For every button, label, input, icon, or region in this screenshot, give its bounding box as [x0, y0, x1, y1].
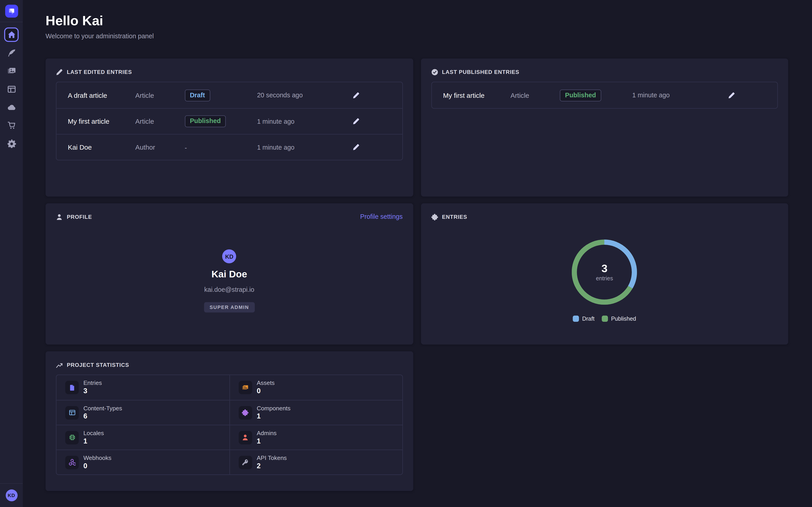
entry-updated-time: 1 minute ago — [257, 118, 351, 125]
entries-total: 3 — [601, 262, 607, 275]
stat-value: 2 — [257, 461, 287, 470]
file-icon — [65, 381, 79, 394]
profile-body: KD Kai Doe kai.doe@strapi.io SUPER ADMIN — [56, 221, 403, 312]
profile-card: PROFILE Profile settings KD Kai Doe kai.… — [46, 203, 413, 344]
entry-type: Article — [135, 91, 185, 99]
entries-card: ENTRIES 3 entries DraftPublished — [421, 203, 788, 344]
user-icon — [56, 213, 63, 220]
entry-type: Article — [135, 117, 185, 125]
stat-label: Components — [257, 405, 291, 412]
stat-value: 0 — [84, 461, 111, 470]
cart-icon — [7, 121, 16, 129]
entry-row[interactable]: My first articleArticlePublished1 minute… — [56, 108, 402, 134]
sidebar-item-content-manager[interactable] — [4, 46, 18, 60]
home-icon — [7, 30, 16, 39]
stat-cell-content-types: Content-Types6 — [56, 400, 229, 425]
last-edited-entries-card: LAST EDITED ENTRIES A draft articleArtic… — [46, 58, 413, 196]
project-statistics-card: PROJECT STATISTICS Entries3Assets0Conten… — [46, 351, 413, 491]
last-published-table: My first articleArticlePublished1 minute… — [431, 82, 778, 109]
legend-swatch — [573, 316, 579, 322]
stat-cell-components: Components1 — [230, 400, 402, 425]
entry-row[interactable]: A draft articleArticleDraft20 seconds ag… — [56, 82, 402, 108]
card-header: PROJECT STATISTICS — [56, 360, 403, 369]
project-statistics-grid: Entries3Assets0Content-Types6Components1… — [56, 375, 403, 475]
edit-entry-button[interactable] — [351, 142, 362, 153]
entry-name: A draft article — [68, 91, 135, 99]
pencil-icon — [728, 92, 735, 99]
legend-item-draft: Draft — [573, 316, 595, 322]
entries-donut-chart: 3 entries — [572, 239, 637, 305]
profile-email: kai.doe@strapi.io — [204, 286, 254, 294]
gear-icon — [7, 139, 16, 148]
main-content: Hello Kai Welcome to your administration… — [23, 0, 812, 507]
globe-icon — [65, 431, 79, 444]
images-icon — [239, 381, 252, 394]
card-header: LAST EDITED ENTRIES — [56, 68, 403, 76]
puzzle-icon — [431, 213, 438, 220]
legend-label: Published — [611, 316, 636, 322]
stat-value: 1 — [84, 437, 104, 445]
page-title: Hello Kai — [46, 12, 788, 29]
cloud-icon — [7, 103, 16, 112]
pencil-icon — [353, 92, 360, 99]
entry-type: Author — [135, 143, 185, 151]
legend-label: Draft — [582, 316, 595, 322]
stat-label: Admins — [257, 430, 276, 437]
feather-icon — [7, 48, 16, 57]
strapi-logo[interactable] — [5, 5, 18, 17]
card-header: PROFILE Profile settings — [56, 213, 403, 221]
user-icon — [239, 431, 252, 444]
entry-name: My first article — [443, 91, 510, 99]
edit-entry-button[interactable] — [726, 90, 737, 101]
stat-value: 3 — [84, 386, 102, 395]
trend-up-icon — [56, 361, 63, 368]
entry-updated-time: 1 minute ago — [632, 92, 726, 99]
check-circle-icon — [431, 68, 438, 75]
sidebar-item-home[interactable] — [4, 27, 18, 42]
layout-icon — [7, 84, 16, 93]
sidebar-item-deploy[interactable] — [4, 100, 18, 114]
sidebar-item-content-type-builder[interactable] — [4, 82, 18, 96]
edit-entry-button[interactable] — [351, 90, 362, 101]
entries-unit: entries — [596, 275, 613, 282]
last-published-entries-card: LAST PUBLISHED ENTRIES My first articleA… — [421, 58, 788, 196]
page-subtitle: Welcome to your administration panel — [46, 33, 788, 40]
profile-name: Kai Doe — [211, 268, 247, 280]
webhook-icon — [65, 456, 79, 469]
stat-value: 6 — [84, 411, 122, 420]
entry-row[interactable]: My first articleArticlePublished1 minute… — [432, 82, 777, 108]
entry-name: My first article — [68, 117, 135, 125]
stat-value: 0 — [257, 386, 274, 395]
stat-label: Entries — [84, 380, 102, 386]
images-icon — [7, 66, 16, 75]
card-title: PROJECT STATISTICS — [67, 362, 129, 368]
puzzle-icon — [239, 406, 252, 419]
stat-label: Content-Types — [84, 405, 122, 412]
edit-entry-button[interactable] — [351, 116, 362, 127]
card-header: LAST PUBLISHED ENTRIES — [431, 68, 778, 76]
stat-cell-assets: Assets0 — [230, 375, 402, 400]
strapi-admin-dashboard: KD Hello Kai Welcome to your administrat… — [0, 0, 812, 507]
stat-value: 1 — [257, 411, 291, 420]
stat-value: 1 — [257, 437, 276, 445]
sidebar-item-marketplace[interactable] — [4, 118, 18, 132]
user-avatar[interactable]: KD — [5, 490, 17, 501]
card-header: ENTRIES — [431, 213, 778, 221]
sidebar-item-media-library[interactable] — [4, 64, 18, 78]
stat-label: Webhooks — [84, 454, 111, 461]
legend-item-published: Published — [602, 316, 636, 322]
donut-legend: DraftPublished — [573, 316, 636, 322]
stat-label: API Tokens — [257, 454, 287, 461]
key-icon — [239, 456, 252, 469]
entry-type: Article — [510, 91, 560, 99]
sidebar-bottom-divider — [0, 483, 23, 484]
sidebar-nav — [0, 22, 23, 151]
pencil-icon — [56, 68, 63, 75]
entry-row[interactable]: Kai DoeAuthor-1 minute ago — [56, 134, 402, 160]
dashboard-grid: LAST EDITED ENTRIES A draft articleArtic… — [46, 58, 788, 491]
stat-label: Assets — [257, 380, 274, 386]
status-badge-published: Published — [560, 89, 601, 101]
sidebar-item-settings[interactable] — [4, 136, 18, 151]
card-title: PROFILE — [67, 214, 92, 220]
profile-settings-link[interactable]: Profile settings — [360, 213, 403, 220]
